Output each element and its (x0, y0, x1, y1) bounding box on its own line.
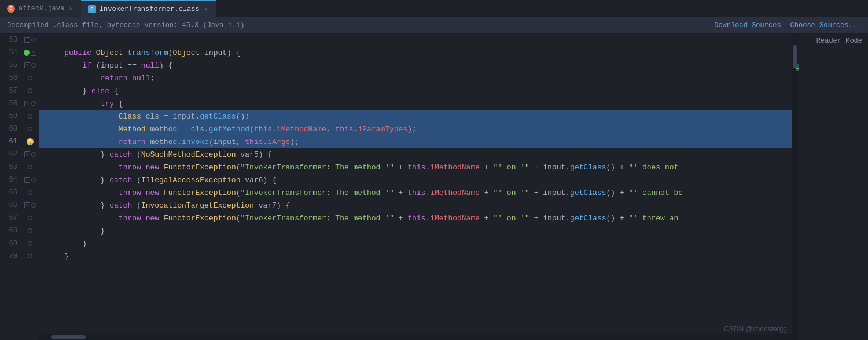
line-num-69: 69 (0, 239, 22, 247)
bp-circle-59[interactable] (28, 114, 32, 119)
fold-arrow-66[interactable]: ▽ (24, 202, 30, 208)
gutter-icons-54: ▽ (22, 50, 38, 56)
scroll-green-mark (796, 68, 799, 69)
gutter-icons-57 (22, 88, 38, 93)
code-line-66: } catch (InvocationTargetException var7)… (39, 199, 792, 212)
fold-arrow-55[interactable]: ▽ (24, 62, 30, 68)
tab-bar: C attack.java ✕ C InvokerTransformer.cla… (0, 0, 868, 17)
line-num-63: 63 (0, 163, 22, 171)
bp-circle-58[interactable] (31, 101, 36, 106)
decompiled-message: Decompiled .class file, bytecode version… (7, 21, 244, 29)
line-num-55: 55 (0, 61, 22, 69)
code-line-60: Method method = cls.getMethod(this.iMeth… (39, 123, 792, 135)
java-icon: C (7, 5, 15, 13)
choose-sources-button[interactable]: Choose Sources... (790, 21, 861, 29)
horizontal-scrollbar[interactable] (39, 334, 792, 340)
gutter-icons-62: ▽ (22, 151, 38, 157)
bp-circle-64[interactable] (31, 178, 36, 182)
line-num-53: 53 (0, 36, 22, 44)
gutter-icons-53 (22, 37, 38, 43)
fold-arrow-53[interactable] (24, 37, 30, 43)
info-bar: Decompiled .class file, bytecode version… (0, 17, 868, 34)
gutter-icons-65 (22, 190, 38, 195)
reader-mode-button[interactable]: Reader Mode (816, 37, 862, 45)
bp-circle-67[interactable] (28, 216, 32, 220)
tab-label-invoker: InvokerTransformer.class (100, 5, 200, 13)
bp-circle-63[interactable] (28, 165, 32, 169)
code-line-70: } (39, 250, 792, 263)
gutter-row-55: 55 ▽ (0, 59, 39, 72)
bp-circle-60[interactable] (28, 127, 32, 131)
gutter-icons-63 (22, 165, 38, 169)
gutter-row-59: 59 (0, 110, 39, 123)
line-num-54: 54 (0, 49, 22, 57)
editor-area: 53 54 ▽ 55 ▽ 56 (0, 34, 868, 340)
code-line-62: } catch (NoSuchMethodException var5) { (39, 148, 792, 161)
gutter-icons-60 (22, 127, 38, 131)
hscroll-thumb[interactable] (51, 335, 86, 339)
code-line-57: } else { (39, 84, 792, 97)
tab-invoker-class[interactable]: C InvokerTransformer.class ✕ (81, 0, 216, 17)
gutter-row-56: 56 (0, 72, 39, 84)
gutter-row-69: 69 (0, 237, 39, 250)
gutter-row-64: 64 ▽ (0, 173, 39, 186)
bp-circle-68[interactable] (28, 228, 32, 233)
code-content[interactable]: public Object transform(Object input) { … (39, 34, 792, 340)
bp-circle-55[interactable] (31, 63, 36, 68)
gutter-icons-66: ▽ (22, 202, 38, 208)
code-line-63: throw new FunctorException("InvokerTrans… (39, 161, 792, 173)
gutter-icons-59 (22, 114, 38, 119)
gutter-row-57: 57 (0, 84, 39, 97)
line-num-60: 60 (0, 125, 22, 133)
right-panel: Reader Mode (799, 34, 868, 340)
line-number-gutter: 53 54 ▽ 55 ▽ 56 (0, 34, 39, 340)
download-sources-button[interactable]: Download Sources (714, 21, 781, 29)
code-line-53 (39, 34, 792, 46)
bp-circle-56[interactable] (28, 76, 32, 80)
gutter-row-60: 60 (0, 123, 39, 135)
gutter-row-67: 67 (0, 212, 39, 224)
bp-circle-66[interactable] (31, 203, 36, 208)
vertical-scrollbar[interactable] (792, 34, 799, 340)
scroll-thumb[interactable] (793, 45, 797, 68)
gutter-icons-55: ▽ (22, 62, 38, 68)
code-line-69: } (39, 237, 792, 250)
warning-bulb-61[interactable]: 💡 (27, 138, 34, 145)
bp-circle-57[interactable] (28, 88, 32, 93)
code-line-55: if (input == null) { (39, 59, 792, 72)
tab-attack-java[interactable]: C attack.java ✕ (0, 0, 81, 17)
gutter-row-62: 62 ▽ (0, 148, 39, 161)
line-num-66: 66 (0, 201, 22, 209)
code-line-59: Class cls = input.getClass(); (39, 110, 792, 123)
bp-circle-65[interactable] (28, 190, 32, 195)
gutter-icons-64: ▽ (22, 177, 38, 183)
gutter-icons-68 (22, 228, 38, 233)
info-bar-actions: Download Sources Choose Sources... (714, 21, 861, 29)
bp-circle-69[interactable] (28, 241, 32, 246)
code-line-67: throw new FunctorException("InvokerTrans… (39, 212, 792, 224)
line-num-61: 61 (0, 138, 22, 146)
line-num-70: 70 (0, 252, 22, 260)
gutter-row-66: 66 ▽ (0, 199, 39, 212)
code-line-58: try { (39, 97, 792, 110)
gutter-row-70: 70 (0, 250, 39, 263)
line-num-68: 68 (0, 227, 22, 235)
gutter-icons-70 (22, 254, 38, 258)
fold-arrow-62[interactable]: ▽ (24, 151, 30, 157)
code-line-65: throw new FunctorException("InvokerTrans… (39, 186, 792, 199)
line-num-56: 56 (0, 74, 22, 82)
tab-close-attack[interactable]: ✕ (68, 3, 74, 13)
bp-circle-70[interactable] (28, 254, 32, 258)
watermark: CSDN @lmonstergg (724, 325, 787, 333)
gutter-row-68: 68 (0, 224, 39, 237)
bp-circle-53[interactable] (31, 38, 36, 42)
gutter-icons-69 (22, 241, 38, 246)
gutter-row-61: 61 💡 (0, 135, 39, 148)
fold-arrow-54[interactable]: ▽ (31, 50, 36, 56)
code-line-68: } (39, 224, 792, 237)
fold-arrow-64[interactable]: ▽ (24, 177, 30, 183)
gutter-row-53: 53 (0, 34, 39, 46)
tab-close-invoker[interactable]: ✕ (203, 4, 209, 14)
bp-circle-62[interactable] (31, 152, 36, 157)
fold-arrow-58[interactable]: ▽ (24, 101, 30, 106)
